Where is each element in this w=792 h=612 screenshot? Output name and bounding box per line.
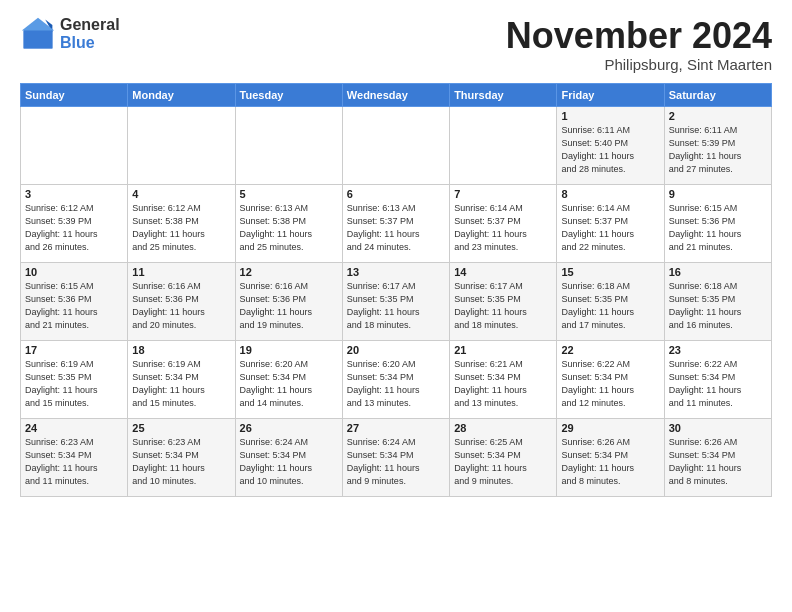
day-info: Sunrise: 6:11 AM Sunset: 5:40 PM Dayligh…: [561, 124, 659, 176]
weekday-header-wednesday: Wednesday: [342, 83, 449, 106]
svg-rect-2: [24, 30, 53, 48]
calendar-cell: 12Sunrise: 6:16 AM Sunset: 5:36 PM Dayli…: [235, 262, 342, 340]
day-info: Sunrise: 6:26 AM Sunset: 5:34 PM Dayligh…: [561, 436, 659, 488]
calendar-cell: 28Sunrise: 6:25 AM Sunset: 5:34 PM Dayli…: [450, 418, 557, 496]
location-subtitle: Philipsburg, Sint Maarten: [506, 56, 772, 73]
day-number: 6: [347, 188, 445, 200]
title-block: November 2024 Philipsburg, Sint Maarten: [506, 16, 772, 73]
calendar-cell: 14Sunrise: 6:17 AM Sunset: 5:35 PM Dayli…: [450, 262, 557, 340]
calendar-cell: [450, 106, 557, 184]
day-info: Sunrise: 6:24 AM Sunset: 5:34 PM Dayligh…: [347, 436, 445, 488]
weekday-header-sunday: Sunday: [21, 83, 128, 106]
calendar-cell: 17Sunrise: 6:19 AM Sunset: 5:35 PM Dayli…: [21, 340, 128, 418]
logo-general-text: General: [60, 16, 120, 34]
day-number: 14: [454, 266, 552, 278]
day-number: 15: [561, 266, 659, 278]
calendar-cell: 20Sunrise: 6:20 AM Sunset: 5:34 PM Dayli…: [342, 340, 449, 418]
day-info: Sunrise: 6:11 AM Sunset: 5:39 PM Dayligh…: [669, 124, 767, 176]
calendar-cell: 19Sunrise: 6:20 AM Sunset: 5:34 PM Dayli…: [235, 340, 342, 418]
day-info: Sunrise: 6:16 AM Sunset: 5:36 PM Dayligh…: [132, 280, 230, 332]
weekday-header-friday: Friday: [557, 83, 664, 106]
day-info: Sunrise: 6:21 AM Sunset: 5:34 PM Dayligh…: [454, 358, 552, 410]
calendar-cell: 4Sunrise: 6:12 AM Sunset: 5:38 PM Daylig…: [128, 184, 235, 262]
day-number: 8: [561, 188, 659, 200]
logo-blue-text: Blue: [60, 34, 120, 52]
weekday-header-monday: Monday: [128, 83, 235, 106]
day-info: Sunrise: 6:25 AM Sunset: 5:34 PM Dayligh…: [454, 436, 552, 488]
day-number: 23: [669, 344, 767, 356]
day-info: Sunrise: 6:26 AM Sunset: 5:34 PM Dayligh…: [669, 436, 767, 488]
day-info: Sunrise: 6:18 AM Sunset: 5:35 PM Dayligh…: [561, 280, 659, 332]
logo-text: General Blue: [60, 16, 120, 51]
calendar-cell: 27Sunrise: 6:24 AM Sunset: 5:34 PM Dayli…: [342, 418, 449, 496]
day-number: 10: [25, 266, 123, 278]
calendar-week-row: 3Sunrise: 6:12 AM Sunset: 5:39 PM Daylig…: [21, 184, 772, 262]
day-number: 30: [669, 422, 767, 434]
day-info: Sunrise: 6:13 AM Sunset: 5:37 PM Dayligh…: [347, 202, 445, 254]
day-info: Sunrise: 6:23 AM Sunset: 5:34 PM Dayligh…: [25, 436, 123, 488]
day-number: 29: [561, 422, 659, 434]
day-number: 27: [347, 422, 445, 434]
calendar-cell: 8Sunrise: 6:14 AM Sunset: 5:37 PM Daylig…: [557, 184, 664, 262]
month-title: November 2024: [506, 16, 772, 56]
day-number: 3: [25, 188, 123, 200]
day-number: 4: [132, 188, 230, 200]
calendar-cell: 18Sunrise: 6:19 AM Sunset: 5:34 PM Dayli…: [128, 340, 235, 418]
calendar-cell: 7Sunrise: 6:14 AM Sunset: 5:37 PM Daylig…: [450, 184, 557, 262]
day-number: 2: [669, 110, 767, 122]
day-number: 16: [669, 266, 767, 278]
day-number: 5: [240, 188, 338, 200]
calendar-cell: [235, 106, 342, 184]
day-number: 26: [240, 422, 338, 434]
day-number: 1: [561, 110, 659, 122]
day-info: Sunrise: 6:17 AM Sunset: 5:35 PM Dayligh…: [347, 280, 445, 332]
weekday-header-saturday: Saturday: [664, 83, 771, 106]
day-info: Sunrise: 6:15 AM Sunset: 5:36 PM Dayligh…: [25, 280, 123, 332]
calendar-week-row: 24Sunrise: 6:23 AM Sunset: 5:34 PM Dayli…: [21, 418, 772, 496]
calendar-cell: 6Sunrise: 6:13 AM Sunset: 5:37 PM Daylig…: [342, 184, 449, 262]
day-number: 19: [240, 344, 338, 356]
logo: General Blue: [20, 16, 120, 52]
weekday-header-row: SundayMondayTuesdayWednesdayThursdayFrid…: [21, 83, 772, 106]
calendar-cell: 13Sunrise: 6:17 AM Sunset: 5:35 PM Dayli…: [342, 262, 449, 340]
day-info: Sunrise: 6:15 AM Sunset: 5:36 PM Dayligh…: [669, 202, 767, 254]
day-info: Sunrise: 6:12 AM Sunset: 5:38 PM Dayligh…: [132, 202, 230, 254]
day-info: Sunrise: 6:14 AM Sunset: 5:37 PM Dayligh…: [454, 202, 552, 254]
calendar-cell: 9Sunrise: 6:15 AM Sunset: 5:36 PM Daylig…: [664, 184, 771, 262]
page: General Blue November 2024 Philipsburg, …: [0, 0, 792, 507]
calendar-cell: 30Sunrise: 6:26 AM Sunset: 5:34 PM Dayli…: [664, 418, 771, 496]
day-info: Sunrise: 6:20 AM Sunset: 5:34 PM Dayligh…: [240, 358, 338, 410]
day-number: 22: [561, 344, 659, 356]
day-info: Sunrise: 6:18 AM Sunset: 5:35 PM Dayligh…: [669, 280, 767, 332]
calendar-week-row: 1Sunrise: 6:11 AM Sunset: 5:40 PM Daylig…: [21, 106, 772, 184]
day-number: 24: [25, 422, 123, 434]
calendar-cell: 16Sunrise: 6:18 AM Sunset: 5:35 PM Dayli…: [664, 262, 771, 340]
header: General Blue November 2024 Philipsburg, …: [20, 16, 772, 73]
calendar-cell: 26Sunrise: 6:24 AM Sunset: 5:34 PM Dayli…: [235, 418, 342, 496]
calendar-cell: 24Sunrise: 6:23 AM Sunset: 5:34 PM Dayli…: [21, 418, 128, 496]
calendar-cell: 21Sunrise: 6:21 AM Sunset: 5:34 PM Dayli…: [450, 340, 557, 418]
calendar-cell: 3Sunrise: 6:12 AM Sunset: 5:39 PM Daylig…: [21, 184, 128, 262]
day-info: Sunrise: 6:12 AM Sunset: 5:39 PM Dayligh…: [25, 202, 123, 254]
day-info: Sunrise: 6:20 AM Sunset: 5:34 PM Dayligh…: [347, 358, 445, 410]
day-number: 17: [25, 344, 123, 356]
day-number: 12: [240, 266, 338, 278]
logo-icon: [20, 16, 56, 52]
day-info: Sunrise: 6:24 AM Sunset: 5:34 PM Dayligh…: [240, 436, 338, 488]
day-number: 21: [454, 344, 552, 356]
calendar-cell: [21, 106, 128, 184]
calendar-cell: 25Sunrise: 6:23 AM Sunset: 5:34 PM Dayli…: [128, 418, 235, 496]
calendar-table: SundayMondayTuesdayWednesdayThursdayFrid…: [20, 83, 772, 497]
calendar-week-row: 10Sunrise: 6:15 AM Sunset: 5:36 PM Dayli…: [21, 262, 772, 340]
day-number: 13: [347, 266, 445, 278]
weekday-header-tuesday: Tuesday: [235, 83, 342, 106]
day-info: Sunrise: 6:19 AM Sunset: 5:35 PM Dayligh…: [25, 358, 123, 410]
day-number: 28: [454, 422, 552, 434]
day-number: 18: [132, 344, 230, 356]
calendar-cell: 22Sunrise: 6:22 AM Sunset: 5:34 PM Dayli…: [557, 340, 664, 418]
calendar-cell: [128, 106, 235, 184]
day-info: Sunrise: 6:16 AM Sunset: 5:36 PM Dayligh…: [240, 280, 338, 332]
calendar-cell: 23Sunrise: 6:22 AM Sunset: 5:34 PM Dayli…: [664, 340, 771, 418]
day-info: Sunrise: 6:23 AM Sunset: 5:34 PM Dayligh…: [132, 436, 230, 488]
calendar-cell: 5Sunrise: 6:13 AM Sunset: 5:38 PM Daylig…: [235, 184, 342, 262]
